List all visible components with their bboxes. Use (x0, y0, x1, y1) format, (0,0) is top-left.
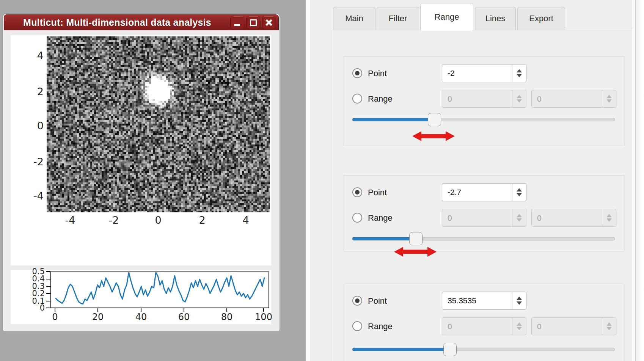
scrollbar-gutter[interactable] (636, 0, 644, 361)
axis2-point-radio[interactable] (352, 187, 362, 197)
y-tick-label: -4 (27, 190, 44, 202)
y-tick-label: 0 (27, 120, 44, 132)
axis1-point-radio[interactable] (352, 68, 362, 78)
axis2-point-label[interactable]: Point (368, 188, 387, 198)
signal-polyline (56, 272, 264, 304)
axis1-groupbox: Point -2 Range 0 0 (343, 56, 625, 146)
spin-down-icon[interactable] (517, 74, 522, 77)
axis2-point-spinbox[interactable]: -2.7 (442, 183, 526, 201)
axis3-range-high-spinbox: 0 (531, 317, 616, 335)
spin-down-icon (517, 99, 522, 103)
axis3-point-radio[interactable] (352, 296, 362, 306)
axis1-range-low-spinbox: 0 (442, 90, 526, 108)
spin-up-icon (517, 322, 522, 326)
spin-up-icon (517, 95, 522, 98)
x-tick-label: 100 (250, 312, 277, 322)
spin-up-icon[interactable] (517, 297, 522, 300)
axis3-point-label[interactable]: Point (368, 296, 387, 306)
axis2-slider-handle[interactable] (409, 232, 423, 245)
y-tick-label: 0 (28, 304, 45, 312)
x-tick-label: 2 (191, 214, 214, 226)
x-tick-label: 0 (147, 214, 170, 226)
tab-main[interactable]: Main (333, 7, 375, 30)
y-tick-label: 4 (27, 50, 44, 61)
x-tick-label: 40 (130, 312, 152, 322)
x-tick-label: -2 (102, 214, 125, 226)
axis2-range-radio[interactable] (352, 213, 362, 223)
spin-up-icon (606, 322, 612, 326)
drag-hint-arrow-icon (410, 130, 457, 142)
axis1-slider[interactable] (352, 118, 615, 121)
tab-export[interactable]: Export (517, 7, 565, 30)
axis3-point-spinbox[interactable]: 35.3535 (442, 292, 526, 310)
x-tick-label: -4 (59, 214, 82, 226)
axis1-point-label[interactable]: Point (368, 69, 387, 78)
spin-up-icon[interactable] (517, 69, 522, 72)
axis2-groupbox: Point -2.7 Range 0 0 (343, 175, 625, 251)
spin-down-icon (517, 218, 522, 222)
x-tick-label: 4 (234, 214, 257, 226)
window-controls (230, 16, 276, 29)
y-tick-label: -2 (27, 156, 44, 168)
axis3-groupbox: Point 35.3535 Range 0 0 (343, 284, 625, 361)
spin-up-icon (606, 214, 612, 217)
spin-up-icon (517, 214, 522, 217)
close-button[interactable] (262, 16, 276, 29)
x-tick-label: 20 (86, 312, 109, 322)
axis1-point-spinbox[interactable]: -2 (442, 64, 526, 82)
x-tick-label: 60 (173, 312, 195, 322)
axis1-range-radio[interactable] (352, 94, 362, 104)
axis2-slider[interactable] (352, 237, 615, 240)
axis2-range-high-spinbox: 0 (531, 209, 616, 227)
spin-up-icon[interactable] (517, 188, 522, 191)
x-tick-label: 80 (215, 312, 238, 322)
spin-down-icon (606, 99, 612, 103)
tab-range[interactable]: Range (420, 3, 473, 31)
axis1-slider-handle[interactable] (428, 113, 441, 126)
tab-filter[interactable]: Filter (377, 7, 419, 30)
axis2-range-low-spinbox: 0 (442, 209, 526, 227)
axis3-range-radio[interactable] (352, 321, 362, 331)
minimize-icon (234, 24, 240, 26)
axis1-range-label[interactable]: Range (368, 94, 393, 104)
axis1-range-high-spinbox: 0 (531, 90, 616, 108)
maximize-button[interactable] (246, 16, 260, 29)
spin-down-icon (517, 327, 522, 330)
minimize-button[interactable] (230, 16, 244, 29)
spin-down-icon[interactable] (517, 301, 522, 305)
screen: Multicut: Multi-dimensional data analysi… (0, 0, 644, 361)
spin-down-icon (606, 218, 612, 222)
spin-up-icon (606, 95, 612, 98)
axis3-slider[interactable] (352, 348, 615, 351)
line-plot-frame (50, 272, 269, 308)
window-titlebar[interactable]: Multicut: Multi-dimensional data analysi… (4, 14, 279, 30)
window-title: Multicut: Multi-dimensional data analysi… (4, 17, 230, 28)
axis2-range-label[interactable]: Range (368, 213, 393, 223)
axis3-slider-handle[interactable] (443, 343, 457, 356)
spin-down-icon[interactable] (517, 193, 522, 196)
axis3-range-low-spinbox: 0 (442, 317, 526, 335)
x-tick-label: 0 (44, 312, 66, 322)
spin-down-icon (606, 327, 612, 330)
tab-lines[interactable]: Lines (475, 7, 516, 30)
drag-hint-arrow-icon (392, 246, 439, 257)
y-tick-label: 2 (27, 86, 44, 97)
maximize-icon (250, 19, 257, 26)
image-canvas[interactable] (47, 36, 270, 212)
axis3-range-label[interactable]: Range (368, 322, 393, 331)
signal-line-chart (51, 272, 269, 308)
